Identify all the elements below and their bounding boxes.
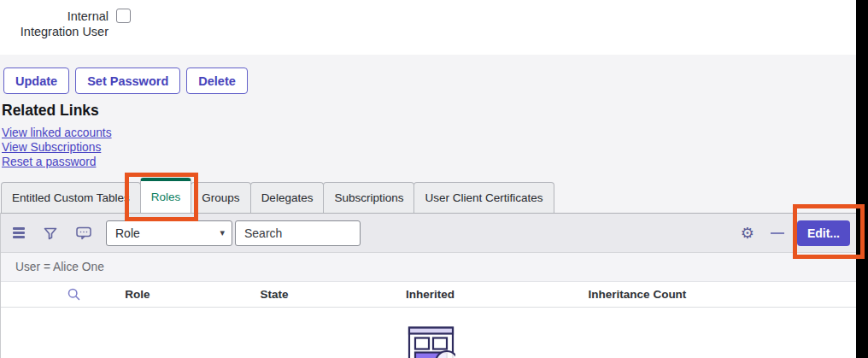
column-header-inheritance-count[interactable]: Inheritance Count xyxy=(492,288,783,301)
reset-a-password-link[interactable]: Reset a password xyxy=(2,156,112,170)
set-password-button[interactable]: Set Password xyxy=(75,67,180,94)
search-input[interactable] xyxy=(235,220,361,246)
column-header-inherited[interactable]: Inherited xyxy=(368,288,492,301)
tab-entitled-custom-tables[interactable]: Entitled Custom Tables xyxy=(1,182,141,213)
field-label-line2: Integration User xyxy=(21,25,108,38)
tab-user-client-certificates[interactable]: User Client Certificates xyxy=(413,182,554,213)
chevron-down-icon: ▾ xyxy=(220,227,225,238)
roles-list: Role ▾ ⚙ Edit... User = Alice One Role xyxy=(0,213,856,358)
internal-integration-user-checkbox[interactable] xyxy=(116,9,131,23)
search-column-value: Role xyxy=(115,226,140,240)
view-linked-accounts-link[interactable]: View linked accounts xyxy=(2,126,112,141)
chat-icon[interactable] xyxy=(76,226,92,240)
column-header-role[interactable]: Role xyxy=(95,288,180,301)
form-action-buttons: Update Set Password Delete xyxy=(3,67,248,94)
related-list-tabs: Entitled Custom Tables Roles Groups Dele… xyxy=(2,178,554,213)
page: Internal Integration User Update Set Pas… xyxy=(0,0,868,358)
list-empty-area xyxy=(1,308,856,357)
gear-icon[interactable]: ⚙ xyxy=(741,226,754,241)
minus-icon[interactable] xyxy=(771,232,784,234)
annotation-box-roles-tab xyxy=(125,173,198,221)
view-subscriptions-link[interactable]: View Subscriptions xyxy=(2,141,112,156)
update-button[interactable]: Update xyxy=(3,67,69,94)
no-records-illustration-icon xyxy=(408,326,455,358)
related-links-list: View linked accounts View Subscriptions … xyxy=(2,126,112,169)
field-label-line1: Internal xyxy=(67,9,108,23)
breadcrumb-text: User = Alice One xyxy=(15,261,104,273)
annotation-box-edit-button xyxy=(793,204,865,259)
internal-integration-user-label: Internal Integration User xyxy=(0,9,108,39)
column-search-icon[interactable] xyxy=(52,288,95,301)
tab-delegates[interactable]: Delegates xyxy=(250,182,325,213)
related-links-heading: Related Links xyxy=(2,102,99,120)
column-header-state[interactable]: State xyxy=(180,288,368,301)
tab-groups[interactable]: Groups xyxy=(191,182,250,213)
filter-icon[interactable] xyxy=(44,226,57,240)
search-column-select[interactable]: Role ▾ xyxy=(106,220,232,246)
list-filter-breadcrumb[interactable]: User = Alice One xyxy=(1,253,856,282)
screenshot-black-edge xyxy=(856,0,868,358)
toolbar-icon-group xyxy=(13,226,92,241)
delete-button[interactable]: Delete xyxy=(186,67,248,94)
tab-subscriptions[interactable]: Subscriptions xyxy=(323,182,414,213)
list-menu-icon[interactable] xyxy=(13,226,25,241)
list-header-row: Role State Inherited Inheritance Count xyxy=(1,282,856,308)
